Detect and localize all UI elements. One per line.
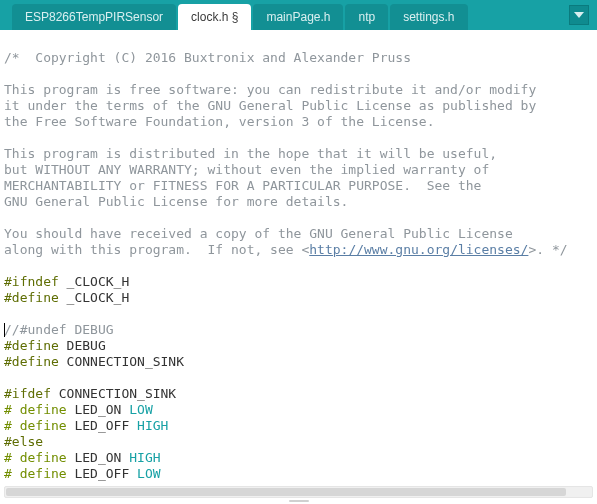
pane-resize-grabber[interactable] [0, 498, 597, 504]
text-caret [4, 323, 5, 337]
symbol: CONNECTION_SINK [59, 354, 184, 369]
code-editor[interactable]: /* Copyright (C) 2016 Buxtronix and Alex… [0, 30, 597, 484]
comment-line: along with this program. If not, see < [4, 242, 309, 257]
symbol: CONNECTION_SINK [51, 386, 176, 401]
tab-label: mainPage.h [266, 10, 330, 24]
const-high: HIGH [137, 418, 168, 433]
pp-ifndef: #ifndef [4, 274, 59, 289]
license-url-link[interactable]: http://www.gnu.org/licenses/ [309, 242, 528, 257]
pp-endif: #endif [4, 482, 51, 484]
tab-label: ntp [358, 10, 375, 24]
comment-line: This program is distributed in the hope … [4, 146, 497, 161]
comment-line: the Free Software Foundation, version 3 … [4, 114, 434, 129]
comment-line: /* Copyright (C) 2016 Buxtronix and Alex… [4, 50, 411, 65]
symbol: LED_OFF [67, 466, 137, 481]
pp-define: #define [4, 354, 59, 369]
pp-define: #define [4, 290, 59, 305]
pp-sub-define: # define [4, 402, 67, 417]
symbol: _CLOCK_H [59, 290, 129, 305]
comment-line: but WITHOUT ANY WARRANTY; without even t… [4, 162, 489, 177]
const-high: HIGH [129, 450, 160, 465]
tab-overflow-button[interactable] [569, 5, 589, 25]
tab-mainpage-h[interactable]: mainPage.h [253, 4, 343, 30]
comment-line: You should have received a copy of the G… [4, 226, 513, 241]
tab-label: clock.h § [191, 10, 238, 24]
horizontal-scrollbar[interactable] [4, 486, 593, 498]
tab-esp8266[interactable]: ESP8266TempPIRSensor [12, 4, 176, 30]
pp-sub-define: # define [4, 466, 67, 481]
const-low: LOW [129, 402, 152, 417]
tab-settings-h[interactable]: settings.h [390, 4, 467, 30]
comment-line: >. */ [528, 242, 567, 257]
chevron-down-icon [574, 12, 584, 18]
tab-label: ESP8266TempPIRSensor [25, 10, 163, 24]
pp-ifdef: #ifdef [4, 386, 51, 401]
tab-label: settings.h [403, 10, 454, 24]
tab-bar: ESP8266TempPIRSensor clock.h § mainPage.… [0, 0, 597, 30]
comment-line: MERCHANTABILITY or FITNESS FOR A PARTICU… [4, 178, 481, 193]
scrollbar-thumb[interactable] [6, 488, 566, 496]
tab-ntp[interactable]: ntp [345, 4, 388, 30]
comment-line: This program is free software: you can r… [4, 82, 536, 97]
comment-line: //#undef DEBUG [4, 322, 114, 337]
pp-sub-define: # define [4, 450, 67, 465]
pp-define: #define [4, 338, 59, 353]
const-low: LOW [137, 466, 160, 481]
tab-clock-h[interactable]: clock.h § [178, 4, 251, 30]
pp-sub-define: # define [4, 418, 67, 433]
symbol: LED_ON [67, 402, 130, 417]
comment-line: GNU General Public License for more deta… [4, 194, 348, 209]
symbol: _CLOCK_H [59, 274, 129, 289]
symbol: LED_OFF [67, 418, 137, 433]
pp-else: #else [4, 434, 43, 449]
symbol: LED_ON [67, 450, 130, 465]
symbol: DEBUG [59, 338, 106, 353]
comment-line: it under the terms of the GNU General Pu… [4, 98, 536, 113]
